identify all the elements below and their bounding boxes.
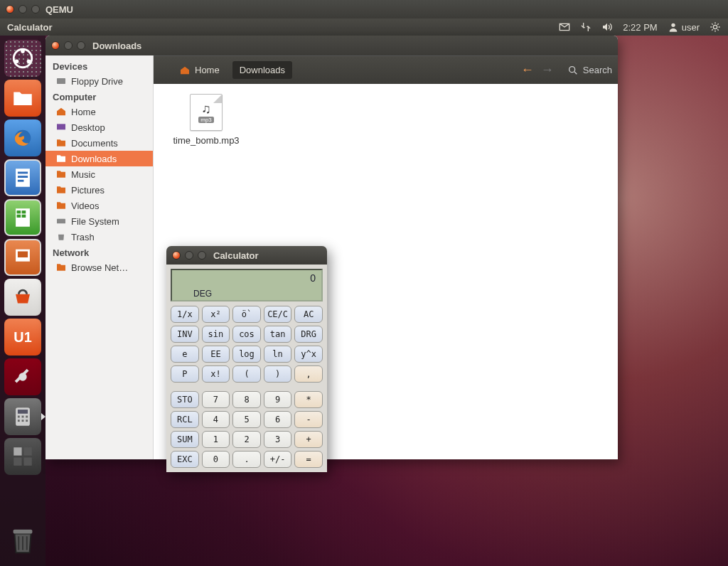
- network-indicator-icon[interactable]: [580, 21, 592, 33]
- calc-key-[interactable]: -: [294, 411, 323, 428]
- calc-close-button[interactable]: [172, 251, 181, 260]
- launcher-calc-sheet[interactable]: [4, 199, 41, 236]
- user-menu[interactable]: user: [668, 21, 700, 33]
- svg-rect-14: [17, 215, 21, 218]
- sidebar-item-floppy[interactable]: Floppy Drive: [46, 73, 153, 89]
- calc-key-rcl[interactable]: RCL: [171, 411, 199, 428]
- sidebar-item-downloads[interactable]: Downloads: [46, 151, 153, 166]
- calc-key-ln[interactable]: ln: [264, 346, 292, 363]
- sidebar-item-label: Documents: [71, 138, 118, 149]
- sidebar-item-filesystem[interactable]: File System: [46, 213, 153, 229]
- calc-key-0[interactable]: 0: [202, 451, 230, 468]
- qemu-minimize-button[interactable]: [18, 5, 27, 14]
- sidebar-item-videos[interactable]: Videos: [46, 198, 153, 213]
- calc-key-x[interactable]: x²: [202, 306, 230, 323]
- sidebar-item-desktop[interactable]: Desktop: [46, 119, 153, 135]
- calc-key-sin[interactable]: sin: [202, 326, 230, 343]
- clock[interactable]: 2:22 PM: [623, 22, 657, 33]
- calc-key-ac[interactable]: AC: [294, 306, 323, 323]
- qemu-close-button[interactable]: [6, 5, 14, 14]
- calc-key-1x[interactable]: 1/x: [171, 306, 199, 323]
- calc-key-e[interactable]: e: [171, 346, 199, 363]
- calc-key-8[interactable]: 8: [232, 391, 261, 408]
- svg-rect-17: [18, 252, 28, 258]
- calc-key-[interactable]: ,: [294, 365, 323, 383]
- launcher-calculator[interactable]: [4, 398, 41, 435]
- calc-key-6[interactable]: 6: [264, 411, 292, 428]
- sidebar-item-trash[interactable]: Trash: [46, 229, 153, 245]
- breadcrumb-home[interactable]: Home: [172, 61, 227, 80]
- svg-point-3: [21, 49, 25, 53]
- launcher-settings[interactable]: [4, 358, 41, 395]
- calc-key-5[interactable]: 5: [232, 411, 261, 428]
- files-minimize-button[interactable]: [64, 41, 73, 50]
- calc-minimize-button[interactable]: [185, 251, 193, 260]
- svg-rect-12: [17, 210, 21, 213]
- sidebar-header-computer: Computer: [46, 89, 153, 104]
- mp3-file-icon: ♫ mp3: [190, 94, 223, 131]
- launcher-software-center[interactable]: [4, 279, 41, 316]
- calc-key-p[interactable]: P: [171, 365, 199, 383]
- calc-key-[interactable]: +/-: [264, 451, 292, 468]
- nav-back-button[interactable]: ←: [520, 63, 535, 78]
- calc-key-9[interactable]: 9: [264, 391, 292, 408]
- sidebar-item-browse-network[interactable]: Browse Net…: [46, 260, 153, 275]
- files-close-button[interactable]: [51, 41, 60, 50]
- launcher-files[interactable]: [4, 80, 41, 117]
- calc-key-drg[interactable]: DRG: [294, 326, 323, 343]
- calc-maximize-button[interactable]: [198, 251, 206, 260]
- calc-key-[interactable]: (: [232, 365, 261, 383]
- files-title: Downloads: [92, 41, 141, 51]
- calc-key-4[interactable]: 4: [202, 411, 230, 428]
- sidebar-item-music[interactable]: Music: [46, 166, 153, 182]
- calc-key-2[interactable]: 2: [232, 431, 261, 448]
- calc-key-log[interactable]: log: [232, 346, 261, 363]
- breadcrumb-label: Downloads: [240, 65, 285, 75]
- qemu-maximize-button[interactable]: [31, 5, 40, 14]
- calculator-titlebar[interactable]: Calculator: [166, 246, 327, 265]
- calc-key-3[interactable]: 3: [264, 431, 292, 448]
- launcher-dash[interactable]: [4, 40, 41, 77]
- sidebar-item-documents[interactable]: Documents: [46, 135, 153, 151]
- file-item[interactable]: ♫ mp3 time_bomb.mp3: [164, 94, 249, 146]
- search-button[interactable]: Search: [567, 65, 612, 76]
- launcher-writer[interactable]: [4, 159, 41, 196]
- launcher-impress[interactable]: [4, 239, 41, 276]
- svg-rect-10: [18, 180, 23, 182]
- sidebar-item-label: Music: [71, 169, 95, 180]
- files-maximize-button[interactable]: [77, 41, 85, 50]
- calc-key-[interactable]: *: [294, 391, 323, 408]
- sound-indicator-icon[interactable]: [601, 21, 613, 33]
- calc-key-sum[interactable]: SUM: [171, 431, 199, 448]
- launcher-workspace[interactable]: [4, 438, 41, 475]
- calc-key-[interactable]: ): [264, 365, 292, 383]
- files-window: Downloads Devices Floppy Drive Computer …: [46, 36, 618, 459]
- calc-key-[interactable]: .: [232, 451, 261, 468]
- calc-key-exc[interactable]: EXC: [171, 451, 199, 468]
- session-indicator-icon[interactable]: [710, 21, 721, 33]
- launcher-trash[interactable]: [4, 522, 41, 559]
- calc-key-sto[interactable]: STO: [171, 391, 199, 408]
- calc-key-1[interactable]: 1: [202, 431, 230, 448]
- calc-key-yx[interactable]: y^x: [294, 346, 323, 363]
- calc-key-tan[interactable]: tan: [264, 326, 292, 343]
- sidebar-item-pictures[interactable]: Pictures: [46, 182, 153, 198]
- calc-key-7[interactable]: 7: [202, 391, 230, 408]
- calc-key-ee[interactable]: EE: [202, 346, 230, 363]
- svg-point-1: [713, 25, 717, 28]
- breadcrumb-current[interactable]: Downloads: [232, 61, 292, 79]
- mail-indicator-icon[interactable]: [559, 21, 570, 33]
- launcher-ubuntu-one[interactable]: U1: [4, 319, 41, 356]
- launcher-firefox[interactable]: [4, 119, 41, 156]
- calc-key-x[interactable]: x!: [202, 365, 230, 383]
- files-titlebar[interactable]: Downloads: [46, 36, 618, 55]
- nav-forward-button[interactable]: →: [540, 63, 555, 78]
- calc-key-inv[interactable]: INV: [171, 326, 199, 343]
- calc-key-[interactable]: =: [294, 451, 323, 468]
- calc-key-[interactable]: ö`: [232, 306, 261, 323]
- calc-key-cec[interactable]: CE/C: [264, 306, 292, 323]
- sidebar-item-home[interactable]: Home: [46, 104, 153, 119]
- calc-key-cos[interactable]: cos: [232, 326, 261, 343]
- calculator-mode: DEG: [193, 289, 212, 299]
- calc-key-[interactable]: +: [294, 431, 323, 448]
